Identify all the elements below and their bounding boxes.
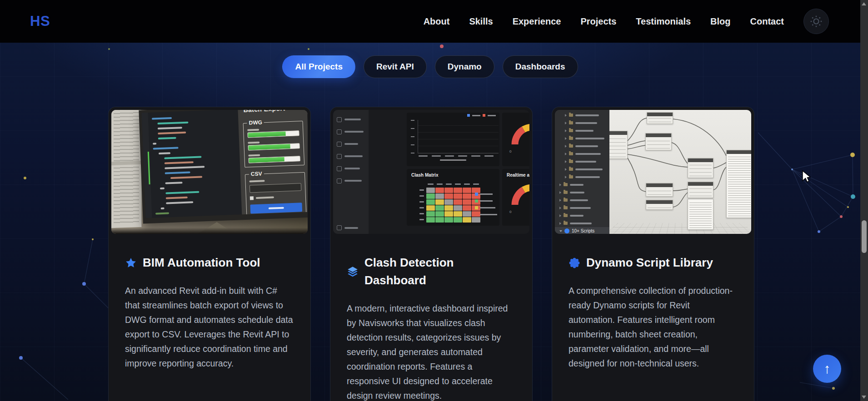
constellation-line	[792, 169, 848, 207]
code-line	[155, 212, 169, 214]
matrix-cell	[419, 193, 426, 199]
library-item	[555, 173, 609, 181]
dynamo-node	[646, 200, 673, 210]
page: HS About Skills Experience Projects Test…	[0, 0, 860, 401]
site-logo[interactable]: HS	[30, 13, 50, 30]
matrix-cell	[454, 205, 462, 211]
project-card-dynamo-script-library[interactable]: 10+ Scripts	[552, 107, 754, 401]
matrix-cell	[426, 205, 435, 211]
project-filters: All Projects Revit API Dynamo Dashboards	[0, 55, 860, 78]
filter-dashboards[interactable]: Dashboards	[503, 55, 578, 78]
clash-bar-chart-panel	[407, 113, 499, 166]
filter-revit-api[interactable]: Revit API	[364, 55, 427, 78]
batch-export-panel: Batch Export DWG CSV	[238, 110, 308, 214]
dynamo-node-list	[688, 199, 713, 230]
matrix-cell	[435, 205, 444, 211]
project-card-clash-detection-dashboard[interactable]: 0 Severity 100 Clash Matrix Realtime ana…	[330, 107, 533, 401]
code-line	[165, 171, 190, 174]
scripts-badge-label: 10+ Scripts	[572, 228, 594, 233]
x-tick	[458, 155, 467, 157]
theme-toggle-button[interactable]	[803, 9, 829, 34]
code-line	[165, 166, 205, 169]
constellation-dot	[832, 387, 835, 390]
scrollbar-thumb[interactable]	[862, 220, 867, 253]
code-line	[160, 188, 165, 189]
dynamo-node	[647, 112, 673, 124]
clash-matrix-panel: Clash Matrix	[407, 169, 499, 226]
project-card-bim-automation-tool[interactable]: Batch Export DWG CSV	[108, 107, 311, 401]
scrollbar-down-arrow[interactable]	[862, 396, 866, 399]
nav-link-experience[interactable]: Experience	[513, 16, 561, 27]
scrollbar[interactable]	[860, 0, 868, 401]
dynamo-library-sidebar: 10+ Scripts	[555, 110, 609, 234]
matrix-cell	[463, 217, 471, 223]
menu-item	[337, 153, 365, 159]
nav-links: About Skills Experience Projects Testimo…	[424, 9, 829, 34]
matrix-cell	[463, 199, 471, 205]
scroll-to-top-button[interactable]: ↑	[813, 355, 841, 383]
clash-bar-chart	[418, 120, 499, 153]
code-line	[166, 197, 188, 199]
dwg-group-label: DWG	[247, 119, 264, 126]
constellation-line	[800, 382, 833, 388]
clash-matrix-heatmap	[419, 182, 480, 223]
scrollbar-up-arrow[interactable]	[862, 2, 866, 5]
dashboard-sidebar	[333, 110, 369, 234]
matrix-legend	[475, 193, 497, 220]
nav-link-testimonials[interactable]: Testimonials	[636, 16, 691, 27]
nav-link-blog[interactable]: Blog	[710, 16, 730, 27]
code-line	[158, 127, 182, 129]
constellation-dot	[440, 45, 444, 48]
code-line	[153, 143, 156, 144]
code-line	[152, 117, 172, 120]
constellation-line	[853, 155, 853, 197]
matrix-cell	[435, 193, 444, 199]
constellation-line	[792, 169, 853, 197]
filter-dynamo[interactable]: Dynamo	[435, 55, 494, 78]
constellation-dot	[840, 215, 843, 218]
matrix-cell	[426, 188, 435, 193]
menu-item	[337, 141, 365, 147]
library-item	[555, 219, 609, 227]
nav-link-about[interactable]: About	[424, 16, 450, 27]
matrix-cell	[454, 211, 462, 217]
x-tick	[419, 155, 428, 157]
constellation-dot	[791, 168, 793, 170]
severity-gauge-panel: 0 Severity 100	[502, 113, 529, 166]
constellation-dot	[108, 48, 110, 50]
gear-icon	[569, 257, 580, 269]
project-title: BIM Automation Tool	[143, 254, 260, 272]
code-line	[157, 122, 188, 125]
dynamo-node	[609, 131, 628, 159]
constellation-line	[792, 169, 841, 217]
batch-export-label: Batch Export	[243, 110, 285, 114]
nav-link-contact[interactable]: Contact	[750, 16, 784, 27]
realtime-analytics-panel: Realtime analytics 0 Severity 100	[502, 169, 529, 226]
matrix-cell	[435, 211, 444, 217]
dynamo-node-list	[726, 150, 751, 218]
constellation-dot	[847, 206, 849, 208]
menu-item	[337, 178, 365, 183]
matrix-cell	[419, 199, 426, 205]
library-item	[555, 181, 609, 188]
checkbox	[250, 196, 254, 200]
matrix-cell	[419, 188, 426, 193]
matrix-cell	[454, 217, 462, 223]
arrow-up-icon: ↑	[824, 362, 831, 376]
navbar: HS About Skills Experience Projects Test…	[0, 0, 860, 43]
constellation-dot	[850, 153, 855, 157]
severity-gauge: 0 Severity 100	[504, 178, 529, 218]
nav-link-projects[interactable]: Projects	[580, 16, 616, 27]
matrix-cell	[454, 182, 462, 187]
code-line	[165, 182, 182, 184]
matrix-cell	[426, 193, 435, 199]
progress-bar	[247, 130, 299, 138]
dynamo-node	[688, 158, 713, 178]
code-line	[153, 147, 179, 149]
filter-all-projects[interactable]: All Projects	[282, 55, 355, 78]
project-description: A modern, interactive dashboard inspired…	[347, 301, 516, 401]
nav-link-skills[interactable]: Skills	[469, 16, 493, 27]
matrix-cell	[444, 205, 453, 211]
dynamo-node	[645, 133, 672, 150]
matrix-cell	[454, 193, 462, 199]
